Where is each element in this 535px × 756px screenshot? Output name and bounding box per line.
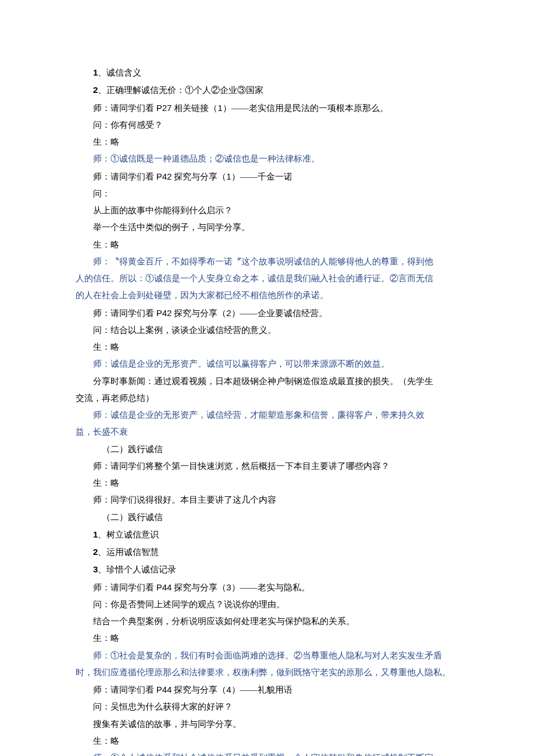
text-line: 师：请同学们看 P44 探究与分享（3）——老实与隐私。 [76, 579, 459, 596]
text-line: 时，我们应遵循伦理原那么和法律要求，权衡利弊，做到既恪守老实的原那么，又尊重他人… [76, 664, 459, 681]
text-line: 结合一个典型案例，分析说明应该如何处理老实与保护隐私的关系。 [76, 613, 459, 630]
text-line: 举一个生活中类似的例子，与同学分享。 [76, 219, 459, 236]
text-line: 生：略 [76, 134, 459, 151]
text-line: 交流，再老师总结） [76, 390, 459, 407]
text-line: 师：①个人诚信体系和社会诚信体系日益受到重视，个人守信鼓励和失信惩戒机制不断完 [76, 750, 459, 756]
text-line: 生：略 [76, 630, 459, 647]
text-line: 师：请同学们看 P42 探究与分享（1）——千金一诺 [76, 168, 459, 185]
text-line: （二）践行诚信 [76, 441, 459, 458]
text-line: 1、诚信含义 [76, 64, 459, 81]
text-line: 3、珍惜个人诚信记录 [76, 561, 459, 578]
text-line: 师：〝得黄金百斤，不如得季布一诺〞这个故事说明诚信的人能够得他人的尊重，得到他 [76, 253, 459, 270]
text-line: 师：请同学们将整个第一目快速浏览，然后概括一下本目主要讲了哪些内容？ [76, 458, 459, 475]
text-line: 人的信任。所以：①诚信是一个人安身立命之本，诚信是我们融入社会的通行证。②言而无… [76, 270, 459, 287]
text-line: 的人在社会上会到处碰壁，因为大家都已经不相信他所作的承诺。 [76, 287, 459, 304]
text-line: 生：略 [76, 733, 459, 750]
text-line: 师：诚信是企业的无形资产。诚信可以赢得客户，可以带来源源不断的效益。 [76, 356, 459, 372]
text-line: 生：略 [76, 475, 459, 492]
text-line: 问：吴恒忠为什么获得大家的好评？ [76, 698, 459, 715]
text-line: 师：①社会是复杂的，我们有时会面临两难的选择。②当尊重他人隐私与对人老实发生矛盾 [76, 647, 459, 664]
text-line: 益，长盛不衰 [76, 424, 459, 440]
text-line: 问： [76, 185, 459, 202]
text-line: 搜集有关诚信的故事，并与同学分享。 [76, 716, 459, 733]
text-line: 师：同学们说得很好。本目主要讲了这几个内容 [76, 492, 459, 508]
text-line: 问：你有何感受？ [76, 117, 459, 134]
text-line: 师：请同学们看 P42 探究与分享（2）——企业要诚信经营。 [76, 304, 459, 322]
text-line: 师：①诚信既是一种道德品质；②诚信也是一种法律标准。 [76, 151, 459, 167]
text-line: 问：你是否赞同上述同学的观点？说说你的理由。 [76, 596, 459, 613]
text-line: 师：请同学们看 P44 探究与分享（4）——礼貌用语 [76, 681, 459, 698]
text-line: 1、树立诚信意识 [76, 526, 459, 543]
text-line: 生：略 [76, 339, 459, 356]
text-line: （二）践行诚信 [76, 509, 459, 526]
text-line: 师：请同学们看 P27 相关链接（1）——老实信用是民法的一项根本原那么。 [76, 99, 459, 117]
text-line: 分享时事新闻：通过观看视频，日本超级钢企神户制钢造假造成最直接的损失。（先学生 [76, 373, 459, 390]
text-line: 2、运用诚信智慧 [76, 543, 459, 561]
text-line: 问：结合以上案例，谈谈企业诚信经营的意义。 [76, 322, 459, 339]
text-line: 师：诚信是企业的无形资产，诚信经营，才能塑造形象和信誉，廉得客户，带来持久效 [76, 407, 459, 424]
text-line: 2、正确理解诚信无价：①个人②企业③国家 [76, 81, 459, 99]
text-line: 生：略 [76, 237, 459, 253]
text-line: 从上面的故事中你能得到什么启示？ [76, 202, 459, 219]
document-body: 1、诚信含义2、正确理解诚信无价：①个人②企业③国家师：请同学们看 P27 相关… [76, 64, 459, 756]
